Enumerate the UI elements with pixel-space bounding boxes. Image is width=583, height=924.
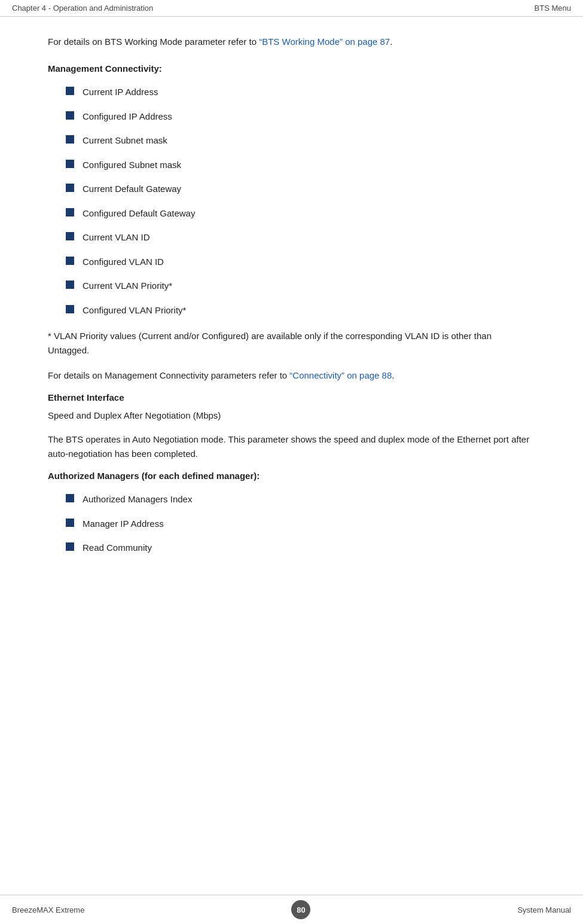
list-item: Manager IP Address <box>66 517 535 531</box>
list-item: Current VLAN ID <box>66 231 535 245</box>
list-item-text: Configured Subnet mask <box>83 158 181 172</box>
ethernet-interface-description: Speed and Duplex After Negotiation (Mbps… <box>48 408 535 423</box>
bullet-icon <box>66 280 74 289</box>
list-item: Current IP Address <box>66 86 535 99</box>
list-item-text: Configured VLAN ID <box>83 255 164 269</box>
intro-paragraph: For details on BTS Working Mode paramete… <box>48 35 535 49</box>
list-item: Current VLAN Priority* <box>66 279 535 293</box>
bullet-icon <box>66 257 74 265</box>
management-connectivity-heading: Management Connectivity: <box>48 63 535 74</box>
bts-working-mode-link[interactable]: “BTS Working Mode” on page 87 <box>259 36 390 47</box>
bullet-icon <box>66 519 74 527</box>
intro-text: For details on BTS Working Mode paramete… <box>48 36 259 47</box>
connectivity-ref-after: . <box>392 370 394 380</box>
page-container: Chapter 4 - Operation and Administration… <box>0 0 583 924</box>
bullet-icon <box>66 87 74 95</box>
list-item: Current Default Gateway <box>66 182 535 196</box>
footer-bar: BreezeMAX Extreme 80 System Manual <box>0 895 583 924</box>
bullet-icon <box>66 494 74 502</box>
list-item-text: Manager IP Address <box>83 517 164 531</box>
bullet-icon <box>66 184 74 192</box>
header-bar: Chapter 4 - Operation and Administration… <box>0 0 583 17</box>
list-item-text: Configured VLAN Priority* <box>83 304 186 318</box>
list-item: Configured VLAN ID <box>66 255 535 269</box>
list-item-text: Current IP Address <box>83 86 158 99</box>
list-item-text: Current VLAN Priority* <box>83 279 172 293</box>
bullet-icon <box>66 232 74 240</box>
list-item-text: Current Default Gateway <box>83 182 181 196</box>
bullet-icon <box>66 542 74 551</box>
management-connectivity-list: Current IP AddressConfigured IP AddressC… <box>66 86 535 317</box>
authorized-managers-heading: Authorized Managers (for each defined ma… <box>48 471 535 481</box>
list-item-text: Authorized Managers Index <box>83 493 192 507</box>
footer-right-label: System Manual <box>517 905 571 914</box>
ethernet-interface-detail: The BTS operates in Auto Negotiation mod… <box>48 432 535 461</box>
bullet-icon <box>66 208 74 216</box>
authorized-managers-heading-bold: Authorized Managers <box>48 471 139 481</box>
list-item-text: Read Community <box>83 541 152 555</box>
vlan-note: * VLAN Priority values (Current and/or C… <box>48 329 535 358</box>
authorized-managers-heading-suffix: (for each defined manager): <box>139 471 260 481</box>
list-item: Authorized Managers Index <box>66 493 535 507</box>
bullet-icon <box>66 135 74 144</box>
list-item-text: Current Subnet mask <box>83 134 167 148</box>
list-item: Configured Subnet mask <box>66 158 535 172</box>
header-right: BTS Menu <box>535 4 571 13</box>
list-item: Current Subnet mask <box>66 134 535 148</box>
bullet-icon <box>66 160 74 168</box>
list-item: Configured Default Gateway <box>66 207 535 221</box>
list-item: Read Community <box>66 541 535 555</box>
header-left: Chapter 4 - Operation and Administration <box>12 4 153 13</box>
list-item-text: Current VLAN ID <box>83 231 150 245</box>
authorized-managers-list: Authorized Managers IndexManager IP Addr… <box>66 493 535 555</box>
connectivity-ref-paragraph: For details on Management Connectivity p… <box>48 368 535 383</box>
list-item-text: Configured IP Address <box>83 110 172 124</box>
list-item: Configured IP Address <box>66 110 535 124</box>
ethernet-interface-heading: Ethernet Interface <box>48 392 535 402</box>
footer-left-label: BreezeMAX Extreme <box>12 905 84 914</box>
content-area: For details on BTS Working Mode paramete… <box>0 17 583 895</box>
connectivity-link[interactable]: “Connectivity” on page 88 <box>289 370 392 380</box>
list-item: Configured VLAN Priority* <box>66 304 535 318</box>
footer-page-badge: 80 <box>291 900 310 919</box>
intro-text-after: . <box>390 36 392 47</box>
bullet-icon <box>66 305 74 313</box>
list-item-text: Configured Default Gateway <box>83 207 195 221</box>
connectivity-ref-text: For details on Management Connectivity p… <box>48 370 289 380</box>
bullet-icon <box>66 111 74 120</box>
